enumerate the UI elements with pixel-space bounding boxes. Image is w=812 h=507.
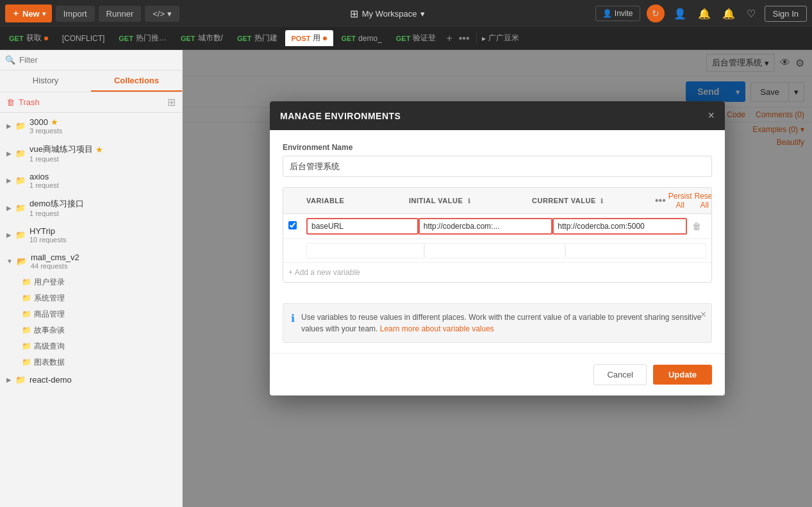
folder-icon: 📁 (15, 375, 26, 385)
method-badge-4: GET (237, 35, 252, 42)
info-main-text: Use variables to reuse values in differe… (301, 313, 702, 333)
list-item[interactable]: 📁高级查询 (15, 338, 182, 354)
add-variable-row[interactable]: + Add a new variable (283, 263, 711, 282)
table-actions-header: ••• Persist All Reset All (655, 192, 706, 210)
breadcrumb-icon: ▸ (482, 34, 486, 43)
empty-table-row (283, 239, 711, 263)
item-name: HYTrip (29, 226, 55, 236)
tab-0[interactable]: GET 获取 (3, 30, 54, 46)
code-button[interactable]: </> ▾ (145, 6, 179, 22)
list-item[interactable]: 📁故事杂谈 (15, 322, 182, 338)
delete-row-col: 🗑 (687, 221, 706, 231)
new-label: New (22, 9, 40, 19)
sync-button[interactable]: ↻ (647, 4, 665, 22)
info-text: Use variables to reuse values in differe… (301, 312, 704, 335)
reset-all-button[interactable]: Reset All (695, 192, 713, 210)
persist-all-button[interactable]: Persist All (668, 192, 692, 210)
initial-col-header: INITIAL VALUE ℹ (409, 197, 532, 204)
folder-icon: 📁 (15, 176, 26, 185)
folder-icon: 📁 (22, 278, 31, 287)
learn-more-link[interactable]: Learn more about variable values (380, 324, 494, 333)
sidebar-search-bar: 🔍 (0, 50, 182, 71)
modal-body: Environment Name VARIABLE INITIAL VALUE … (270, 130, 725, 303)
list-item[interactable]: 📁系统管理 (15, 290, 182, 306)
workspace-button[interactable]: ⊞ My Workspace ▾ (350, 8, 426, 20)
method-badge-2: GET (119, 35, 133, 42)
runner-button[interactable]: Runner (99, 6, 142, 22)
current-value-input[interactable] (552, 218, 687, 235)
person-icon-button[interactable]: 👤 (671, 5, 689, 22)
initial-value-cell (418, 218, 553, 235)
tab-name-5: 用 (313, 33, 320, 44)
empty-current-input[interactable] (565, 243, 706, 258)
empty-initial-input[interactable] (424, 243, 565, 258)
list-item[interactable]: 📁图表数据 (15, 354, 182, 370)
list-item[interactable]: ▶ 📁 axios 1 request (0, 167, 182, 194)
list-item[interactable]: ▶ 📁 demo练习接口 1 request (0, 194, 182, 222)
tab-6[interactable]: GET demo_ (335, 31, 388, 46)
item-sub: 1 request (29, 210, 84, 217)
top-right-actions: 👤 Invite ↻ 👤 🔔 🔔 ♡ Sign In (595, 4, 807, 22)
new-collection-button[interactable]: ⊞ (167, 96, 176, 108)
delete-row-button[interactable]: 🗑 (692, 221, 701, 231)
table-row: 🗑 (283, 214, 711, 239)
list-item[interactable]: ▶ 📁 vue商城练习项目 ★ 1 request (0, 139, 182, 167)
bell-icon-button[interactable]: 🔔 (720, 5, 738, 22)
info-icon: ℹ (291, 312, 295, 324)
invite-button[interactable]: 👤 Invite (595, 6, 640, 21)
cancel-button[interactable]: Cancel (593, 364, 646, 385)
list-item[interactable]: ▼ 📂 mall_cms_v2 44 requests (0, 248, 182, 274)
trash-icon: 🗑 (6, 97, 15, 107)
list-item[interactable]: ▶ 📁 3000 ★ 3 requests (0, 113, 182, 139)
sidebar-tab-collections[interactable]: Collections (91, 71, 182, 92)
info-close-button[interactable]: × (700, 309, 706, 320)
more-options-button[interactable]: ••• (655, 195, 666, 206)
initial-value-input[interactable] (418, 218, 553, 235)
breadcrumb-text: 广广豆米 (488, 33, 519, 44)
trash-label: Trash (19, 97, 40, 107)
chevron-icon: ▶ (6, 376, 12, 383)
tab-2[interactable]: GET 热门推… (112, 30, 173, 46)
add-tab-button[interactable]: + (443, 33, 454, 44)
modal-header: MANAGE ENVIRONMENTS × (270, 101, 725, 130)
workspace-center: ⊞ My Workspace ▾ (183, 8, 592, 20)
plus-icon: + (288, 268, 293, 277)
tab-3[interactable]: GET 城市数/ (174, 30, 229, 46)
folder-icon: 📁 (15, 230, 26, 240)
heart-icon-button[interactable]: ♡ (744, 5, 758, 22)
variable-input[interactable] (306, 218, 418, 235)
modal-close-button[interactable]: × (708, 109, 715, 122)
env-name-input[interactable] (283, 156, 712, 177)
chevron-icon: ▶ (6, 122, 12, 129)
item-sub: 1 request (29, 155, 103, 163)
list-item[interactable]: 📁商品管理 (15, 306, 182, 322)
tab-1[interactable]: [CONFLICT] (56, 31, 112, 46)
sidebar-tabs: History Collections (0, 71, 182, 92)
sidebar-tab-history[interactable]: History (0, 71, 91, 92)
search-input[interactable] (19, 55, 177, 65)
sign-in-button[interactable]: Sign In (765, 6, 807, 22)
list-item[interactable]: ▶ 📁 HYTrip 10 requests (0, 222, 182, 248)
list-item[interactable]: 📁用户登录 (15, 274, 182, 290)
chevron-icon: ▶ (6, 150, 12, 157)
row-checkbox[interactable] (288, 221, 297, 229)
new-button[interactable]: ＋ New ▾ (5, 4, 52, 22)
tab-4[interactable]: GET 热门建 (231, 30, 284, 46)
tab-name-6: demo_ (358, 34, 382, 43)
empty-variable-input[interactable] (306, 243, 424, 258)
list-item[interactable]: ▶ 📁 react-demo (0, 370, 182, 389)
variable-cell (306, 218, 418, 235)
notification-icon-button[interactable]: 🔔 (695, 5, 713, 22)
import-button[interactable]: Import (56, 6, 95, 22)
workspace-label: My Workspace (362, 9, 417, 19)
folder-icon: 📁 (22, 342, 31, 351)
folder-icon: 📁 (22, 358, 31, 367)
more-tabs-button[interactable]: ••• (456, 33, 472, 44)
update-button[interactable]: Update (653, 365, 712, 385)
tab-7[interactable]: GET 验证登 (390, 30, 443, 46)
item-sub: 1 request (29, 181, 59, 189)
folder-icon: 📁 (22, 294, 31, 303)
method-badge-0: GET (9, 35, 24, 42)
tab-5[interactable]: POST 用 (285, 30, 334, 46)
sidebar-items-list: ▶ 📁 3000 ★ 3 requests ▶ 📁 vue商城练习项目 (0, 113, 182, 507)
